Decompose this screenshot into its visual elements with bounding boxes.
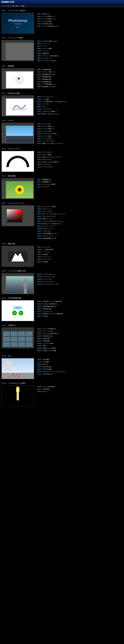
step-item: Step6-5文字をパスに沿って配置する (37, 161, 122, 163)
thumb-step-label: Step1 (16, 26, 20, 28)
step-item-text: WEB 用に保存 (43, 308, 52, 310)
step-item: Step3-7パスで選択範囲をつくる (37, 83, 122, 86)
step-item-text: 2014の新機能フィルター (43, 233, 58, 234)
step-item-text: レイヤーの結合 (42, 135, 52, 137)
step-title: Step4 Photoshop の描画 (2, 92, 122, 94)
step-item-text: 写真の絞り込み (43, 335, 52, 337)
step-item-text: 炎型の制作 (43, 388, 50, 390)
step-item: Step2-8ワークスペース (37, 57, 122, 60)
step-thumbnail (2, 178, 34, 199)
step-block: Step2 フォトショップの基本 Step2-1おそるおそる触ってみようStep… (0, 35, 124, 63)
step-item: Step10-5スポットカラーチャンネル (37, 283, 122, 285)
step-content: Step7-1画像解像度（1）Step7-2画像解像度（2）Step7-3カンバ… (2, 178, 122, 199)
step-item-key: Step4-5 (37, 106, 42, 107)
step-item-key: Step7-1 (37, 179, 42, 180)
step-title: Step1 パワーユーザーへの気分で (2, 10, 122, 12)
thumb-title: Photoshop (8, 18, 27, 23)
step-item-key: Step8-5 (37, 216, 42, 217)
step-item: Step10-2アルファチャンネル (37, 276, 122, 278)
step-item-key: Step4-4 (37, 103, 42, 105)
step-item-key: Step3-8 (37, 86, 42, 87)
step-item: Step2-4ヒストリー機能 (37, 47, 122, 50)
step-item: Step7-1画像解像度（1） (37, 178, 122, 180)
step-item: Step3-6選択範囲の類似 (37, 80, 122, 83)
step-name: 画像の補正 (8, 243, 15, 244)
step-item-text: ヒストリー機能 (42, 48, 52, 49)
step-item-text: 調整レイヤーと塗りつぶしレイヤー (42, 143, 63, 144)
step-title: Step3 選択範囲 (2, 65, 122, 67)
step-items: Step8-1カラーピッカーの基礎Step8-2スポイトツールStep8-3スウ… (37, 205, 122, 240)
step-item: Step9-1ヒストグラム (37, 246, 122, 248)
step-item: Step1-4ファイルの保存 (37, 20, 122, 22)
step-item: Step2-6画像の印刷 (37, 52, 122, 54)
step-content: Step9-1ヒストグラムStep9-2レベル補正の基礎Step9-3トーンカー… (2, 246, 122, 267)
step-item-text: 3D の移動 (43, 361, 49, 362)
step-content: いろは Step13-13D の組版Step13-23D の移動Step13-3… (2, 358, 122, 379)
step-item-text: レイヤーの合成 (42, 130, 52, 132)
step-title: Step10 チャンネルと画像の合成 (2, 270, 122, 272)
step-content: Step5-1レイヤーとはStep5-2レイヤーの操作（1）Step5-3レイヤ… (2, 122, 122, 145)
step-item-key: Step10-3 (37, 278, 42, 280)
step-block: Step7 画像の基礎 Step7-1画像解像度（1）Step7-2画像解像度（… (0, 173, 124, 200)
step-block: Step10 チャンネルと画像の合成 Step10-1チャンネルのしくみStep… (0, 268, 124, 295)
step-item: Step4-8鉛筆ツールと消しゴムツール (37, 112, 122, 115)
step-item-text: ファイルの保存 (42, 20, 52, 22)
step-items: Step3-1選択範囲の指定Step3-2マグネット選択ツールStep3-3選択… (37, 68, 122, 88)
step-name: カラーとレタッチツール (8, 202, 24, 204)
step-item-text: 文字スクロール (42, 159, 52, 160)
step-item-key: Step3-4 (37, 76, 42, 78)
step-items: Step12-1ブリッジの起動と終了Step12-2ブリッジになれるStep12… (37, 328, 122, 352)
step-item-text: スポイトツール (42, 208, 52, 210)
step-item: Step5-2レイヤーの操作（1） (37, 125, 122, 128)
step-item-text: ファイルの開き方（1） (42, 16, 56, 17)
step-item: Step6-3段落テキストとポイントテキスト (37, 156, 122, 158)
step-item: Step12-8検索 (37, 344, 122, 347)
step-item: Step5-7レイヤーのロック (37, 137, 122, 140)
step-item-text: 文字をパスに沿って配置する (42, 161, 59, 163)
step-item: Step3-5選択範囲の保存 (37, 78, 122, 80)
step-item-key: Step11-1 (37, 301, 42, 302)
step-item-key: Step13-4 (37, 366, 42, 368)
step-number: Step5 (2, 120, 6, 121)
step-item-text: レイヤーのリンクと統合 (42, 133, 56, 134)
step-item-text: アルファチャンネル (43, 276, 55, 278)
step-block: Step3 選択範囲 Step3-1選択範囲の指定Step3-2マグネット選択ツ… (0, 63, 124, 90)
step-item-key: Step8-8 (37, 223, 42, 224)
step-item: Step8-13スマートシャープ (37, 235, 122, 237)
step-block: Step13 3D いろは Step13-13D の組版Step13-23D の… (0, 353, 124, 380)
step-item-text: 仕上げ (43, 391, 47, 392)
thumb-go-button: Go (19, 311, 23, 315)
step-number: Step12 (2, 324, 6, 326)
step-item: Step11-5スライスツール (37, 310, 122, 312)
step-item-text: スライスツール (43, 310, 52, 312)
step-item: Step12-5写真の回転 (37, 337, 122, 340)
step-item-text: レイヤーの操作（1） (42, 126, 55, 127)
step-content: Photoshop CC/2014 Step1 Step1-1起動のしかたSte… (2, 13, 122, 34)
step-item: Step11-1WEB 用ロゴ・ボタン画像の制作 (37, 300, 122, 303)
step-item-key: Step13-3 (37, 364, 42, 365)
step-item-text: RAW ファイルの現像 (44, 350, 56, 351)
step-item-text: 塗りつぶしツールと塗りつぶしコマンド (42, 213, 66, 214)
step-item-key: Step12-5 (37, 338, 42, 339)
step-title: Step5 レイヤー (2, 120, 122, 122)
step-item-key: Step2-6 (37, 53, 42, 54)
step-item: Step2-5トリミング (37, 50, 122, 52)
step-item-key: Step6-3 (37, 156, 42, 158)
step-item-text: ズームツール (42, 43, 50, 44)
step-item: Step6-7レイヤースタイル (37, 166, 122, 168)
step-item-key: Step13-7 (37, 374, 42, 375)
step-item-key: Step7-2 (37, 181, 42, 182)
step-item: Step10-4チャンネルミキサ (37, 280, 122, 283)
step-item-text: ヒストグラム (42, 246, 50, 248)
step-item-text: 起動のしかた (42, 13, 50, 15)
step-item-text: 画像解像度（1） (42, 179, 52, 180)
step-item-key: Step11-3 (37, 306, 42, 307)
step-item-key: Step6-1 (37, 152, 42, 153)
step-item: Step13-13D の組版 (37, 358, 122, 361)
step-item-key: Step9-6 (37, 259, 42, 260)
step-content: Step4-1グリッドとスナップStep4-2ベジェ曲線Step4-3ベジェ曲線… (2, 96, 122, 116)
step-item-key: Step8-2 (37, 208, 42, 210)
step-item: Step13-53D 文字の編集 (37, 368, 122, 370)
step-name: Bridge CC (8, 324, 16, 326)
thumb-text: ワープテキスト (9, 156, 27, 158)
